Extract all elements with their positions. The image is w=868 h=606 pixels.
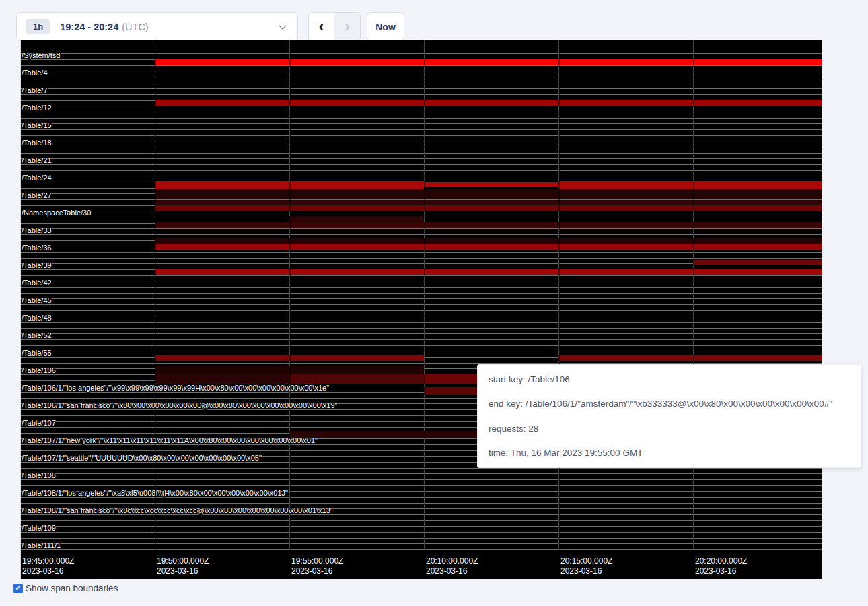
span-boundary-line [20,485,822,486]
x-axis-tick: 20:10:00.000Z2023-03-16 [426,556,478,576]
x-axis-tick: 19:50:00.000Z2023-03-16 [157,556,209,576]
span-boundary-line [20,328,822,329]
row-label: /Table/15 [22,121,52,129]
time-range-timezone: (UTC) [122,22,148,32]
row-label: /Table/39 [22,261,52,269]
time-gridline-overlay [558,40,560,550]
time-gridline-overlay [693,40,694,550]
span-boundary-line [20,48,822,48]
show-span-boundaries-label: Show span boundaries [26,583,118,593]
row-label: /Table/36 [22,244,52,252]
row-label: /Table/24 [22,174,52,182]
hot-range-band [155,269,822,275]
row-label: /Table/27 [22,191,52,199]
span-boundary-line [20,135,822,136]
span-boundary-line [20,228,822,229]
span-boundary-line [20,118,822,119]
span-boundary-line [20,293,822,294]
row-label: /Table/109 [22,524,56,532]
span-boundary-line [20,170,822,171]
row-label: /Table/107/1/"new york"/"\x11\x11\x11\x1… [22,436,318,444]
span-boundary-line [20,351,822,351]
span-boundary-line [20,339,822,340]
row-label: /Table/108/1/"los angeles"/"\xa8\xf5\u00… [22,489,288,497]
row-label: /Table/106/1/"los angeles"/"\x99\x99\x99… [22,384,329,392]
hot-range-band [155,205,822,211]
span-boundary-line [20,497,822,498]
row-label: /Table/45 [22,296,52,304]
span-boundary-line [20,473,822,474]
span-boundary-line [20,112,822,112]
span-boundary-line [20,322,822,323]
tooltip-start-key: start key: /Table/106 [489,374,850,384]
now-button[interactable]: Now [367,12,404,41]
row-label: /Table/18 [22,139,52,147]
span-boundary-line [20,147,822,147]
span-boundary-line [20,345,822,346]
span-boundary-line [20,176,822,176]
hot-range-band [155,374,289,384]
span-boundary-line [20,158,822,159]
row-label: /Table/52 [22,331,52,339]
row-label: /Table/55 [22,349,52,357]
span-boundary-line [20,258,822,259]
span-boundary-line [20,503,822,504]
span-boundary-line [20,141,822,141]
time-gridline-overlay [289,40,291,550]
hot-range-band [155,222,822,228]
span-boundary-line [20,77,822,77]
plot-left-edge [20,40,21,579]
next-range-button[interactable]: › [334,12,361,41]
span-boundary-line [20,549,822,550]
time-gridline-overlay [424,40,425,550]
span-boundary-line [20,106,822,106]
hot-range-band [155,244,822,250]
hot-range-band [155,59,822,65]
span-boundary-line [20,83,822,83]
hot-range-band [289,216,424,222]
span-boundary-line [20,275,822,276]
span-boundary-line [20,532,822,533]
row-label: /Table/108 [22,471,56,479]
hot-range-band [424,181,558,182]
hot-range-band [155,200,822,205]
span-boundary-line [20,287,822,288]
hot-range-band [155,100,822,106]
span-boundary-line [20,316,822,316]
row-label: /Table/33 [22,226,52,234]
row-label: /Table/7 [22,86,48,94]
span-boundary-line [20,520,822,521]
key-visualizer-heatmap[interactable]: /System/tsd/Table/4/Table/7/Table/12/Tab… [20,40,822,579]
span-boundary-line [20,310,822,311]
row-label: /Table/48 [22,314,52,322]
span-boundary-line [20,526,822,527]
checkbox-checked-icon[interactable]: ✓ [13,584,23,593]
time-gridline-overlay [155,40,156,550]
span-boundary-line [20,129,822,130]
row-label: /Table/12 [22,104,52,112]
row-label: /NamespaceTable/30 [22,209,91,217]
hot-range-band [558,355,822,361]
range-nav-group: ‹ › [308,12,361,41]
row-label: /Table/107/1/"seattle"/"UUUUUUD\x00\x80\… [22,454,262,462]
previous-range-button[interactable]: ‹ [308,12,334,41]
tooltip-end-key: end key: /Table/106/1/"amsterdam"/"\xb33… [489,399,850,409]
hot-range-band [155,189,822,199]
time-range-selector[interactable]: 1h 19:24 - 20:24 (UTC) [16,12,298,41]
span-boundary-line [20,53,822,54]
time-range-text: 19:24 - 20:24 [60,22,118,32]
span-boundary-line [20,514,822,515]
span-boundary-line [20,543,822,544]
span-boundary-line [20,363,822,364]
span-boundary-line [20,123,822,124]
span-boundary-line [20,252,822,252]
row-label: /Table/107 [22,419,56,427]
row-label: /System/tsd [22,51,60,59]
x-axis-tick: 19:45:00.000Z2023-03-16 [22,556,74,576]
row-label: /Table/106 [22,366,56,374]
show-span-boundaries-control[interactable]: ✓ Show span boundaries [13,583,118,593]
x-axis-tick: 20:15:00.000Z2023-03-16 [560,556,612,576]
tooltip-requests: requests: 28 [489,424,850,434]
x-axis-tick: 19:55:00.000Z2023-03-16 [291,556,343,576]
span-boundary-line [20,281,822,281]
